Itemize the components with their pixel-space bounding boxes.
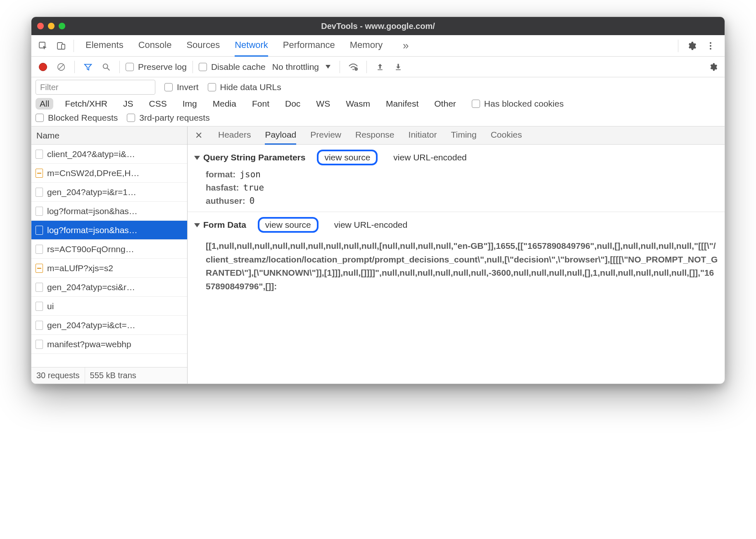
tab-console[interactable]: Console xyxy=(138,35,172,57)
query-view-source-link[interactable]: view source xyxy=(317,150,378,165)
request-name: rs=ACT90oFqOrnng… xyxy=(47,244,183,254)
disable-cache-checkbox[interactable]: Disable cache xyxy=(199,62,266,72)
param-value: true xyxy=(243,183,264,193)
request-row[interactable]: gen_204?atyp=i&ct=… xyxy=(31,316,187,335)
more-tabs-icon[interactable]: » xyxy=(397,38,414,54)
detail-tab-preview[interactable]: Preview xyxy=(310,126,341,145)
window-title: DevTools - www.google.com/ xyxy=(31,21,725,31)
request-row[interactable]: ui xyxy=(31,297,187,316)
request-row[interactable]: rs=ACT90oFqOrnng… xyxy=(31,240,187,259)
filter-toggle-icon[interactable] xyxy=(81,60,95,74)
detail-tab-initiator[interactable]: Initiator xyxy=(409,126,437,145)
window-zoom-button[interactable] xyxy=(59,23,65,29)
resource-type-filters: AllFetch/XHRJSCSSImgMediaFontDocWSWasmMa… xyxy=(36,98,720,110)
main-tabs: Elements Console Sources Network Perform… xyxy=(78,35,674,57)
type-filter-img[interactable]: Img xyxy=(178,98,201,110)
request-row[interactable]: m=aLUfP?xjs=s2 xyxy=(31,259,187,278)
request-row[interactable]: gen_204?atyp=i&r=1… xyxy=(31,183,187,202)
filter-input[interactable]: Filter xyxy=(36,80,155,95)
filter-bar: Filter Invert Hide data URLs AllFetch/XH… xyxy=(31,77,725,126)
window-close-button[interactable] xyxy=(37,23,44,29)
separator xyxy=(119,61,120,73)
filter-placeholder: Filter xyxy=(40,83,58,92)
separator xyxy=(678,40,678,52)
request-row[interactable]: manifest?pwa=webhp xyxy=(31,335,187,354)
titlebar: DevTools - www.google.com/ xyxy=(31,17,725,35)
svg-rect-13 xyxy=(396,69,401,70)
hide-data-urls-checkbox[interactable]: Hide data URLs xyxy=(208,82,281,92)
query-view-url-encoded-link[interactable]: view URL-encoded xyxy=(389,152,471,163)
type-filter-fetch-xhr[interactable]: Fetch/XHR xyxy=(61,98,112,110)
query-string-section: Query String Parameters view source view… xyxy=(188,145,725,212)
network-conditions-icon[interactable] xyxy=(346,60,361,74)
request-row[interactable]: client_204?&atyp=i&… xyxy=(31,145,187,164)
param-value: json xyxy=(240,169,261,179)
close-detail-icon[interactable]: ✕ xyxy=(193,130,204,141)
type-filter-media[interactable]: Media xyxy=(209,98,240,110)
kebab-menu-icon[interactable] xyxy=(702,38,719,54)
preserve-log-checkbox[interactable]: Preserve log xyxy=(126,62,187,72)
separator xyxy=(340,61,340,73)
type-filter-ws[interactable]: WS xyxy=(312,98,334,110)
upload-har-icon[interactable] xyxy=(373,60,388,74)
tab-sources[interactable]: Sources xyxy=(186,35,220,57)
type-filter-all[interactable]: All xyxy=(36,98,53,110)
devtools-window: DevTools - www.google.com/ Elements Cons… xyxy=(31,17,725,384)
request-row[interactable]: gen_204?atyp=csi&r… xyxy=(31,278,187,297)
detail-tab-cookies[interactable]: Cookies xyxy=(491,126,522,145)
document-file-icon xyxy=(36,302,43,311)
request-row[interactable]: m=CnSW2d,DPreE,H… xyxy=(31,164,187,183)
type-filter-other[interactable]: Other xyxy=(430,98,460,110)
query-string-title-row[interactable]: Query String Parameters xyxy=(194,153,305,162)
detail-tab-response[interactable]: Response xyxy=(355,126,395,145)
tab-network[interactable]: Network xyxy=(235,35,268,57)
settings-gear-icon[interactable] xyxy=(683,38,700,54)
type-filter-js[interactable]: JS xyxy=(119,98,138,110)
device-toolbar-icon[interactable] xyxy=(53,38,69,54)
separator xyxy=(74,40,74,52)
type-filter-css[interactable]: CSS xyxy=(145,98,171,110)
tab-performance[interactable]: Performance xyxy=(283,35,335,57)
has-blocked-cookies-checkbox[interactable]: Has blocked cookies xyxy=(472,99,564,109)
throttling-select[interactable]: No throttling xyxy=(269,62,334,72)
blocked-requests-checkbox[interactable]: Blocked Requests xyxy=(36,113,118,123)
detail-tab-payload[interactable]: Payload xyxy=(265,126,296,145)
svg-point-3 xyxy=(710,42,711,44)
preserve-log-label: Preserve log xyxy=(138,62,187,72)
tab-memory[interactable]: Memory xyxy=(350,35,383,57)
main-tabstrip: Elements Console Sources Network Perform… xyxy=(31,35,725,57)
param-key: authuser: xyxy=(206,196,245,206)
param-key: format: xyxy=(206,169,235,179)
invert-checkbox[interactable]: Invert xyxy=(164,82,199,92)
third-party-checkbox[interactable]: 3rd-party requests xyxy=(127,113,209,123)
window-minimize-button[interactable] xyxy=(48,23,55,29)
type-filter-manifest[interactable]: Manifest xyxy=(382,98,423,110)
request-name: ui xyxy=(47,301,183,311)
request-list-header[interactable]: Name xyxy=(31,126,187,145)
form-data-title-row[interactable]: Form Data xyxy=(194,220,246,230)
download-har-icon[interactable] xyxy=(391,60,406,74)
request-name: m=aLUfP?xjs=s2 xyxy=(47,263,183,273)
detail-tab-timing[interactable]: Timing xyxy=(451,126,476,145)
request-row[interactable]: log?format=json&has… xyxy=(31,202,187,221)
clear-icon[interactable] xyxy=(54,60,69,74)
detail-tabs: ✕ Headers Payload Preview Response Initi… xyxy=(188,126,725,145)
search-icon[interactable] xyxy=(99,60,114,74)
form-view-source-link[interactable]: view source xyxy=(258,217,319,233)
form-view-url-encoded-link[interactable]: view URL-encoded xyxy=(330,219,411,231)
request-row[interactable]: log?format=json&has… xyxy=(31,221,187,240)
type-filter-wasm[interactable]: Wasm xyxy=(342,98,374,110)
traffic-lights xyxy=(37,23,65,29)
type-filter-font[interactable]: Font xyxy=(248,98,273,110)
request-name: gen_204?atyp=i&ct=… xyxy=(47,320,183,330)
svg-rect-12 xyxy=(378,69,383,70)
record-button[interactable] xyxy=(36,60,50,74)
tab-elements[interactable]: Elements xyxy=(86,35,124,57)
document-file-icon xyxy=(36,340,43,349)
inspect-element-icon[interactable] xyxy=(35,38,51,54)
network-settings-gear-icon[interactable] xyxy=(706,60,720,74)
type-filter-doc[interactable]: Doc xyxy=(281,98,304,110)
detail-tab-headers[interactable]: Headers xyxy=(218,126,251,145)
network-body: Name client_204?&atyp=i&…m=CnSW2d,DPreE,… xyxy=(31,126,725,384)
document-file-icon xyxy=(36,207,43,216)
